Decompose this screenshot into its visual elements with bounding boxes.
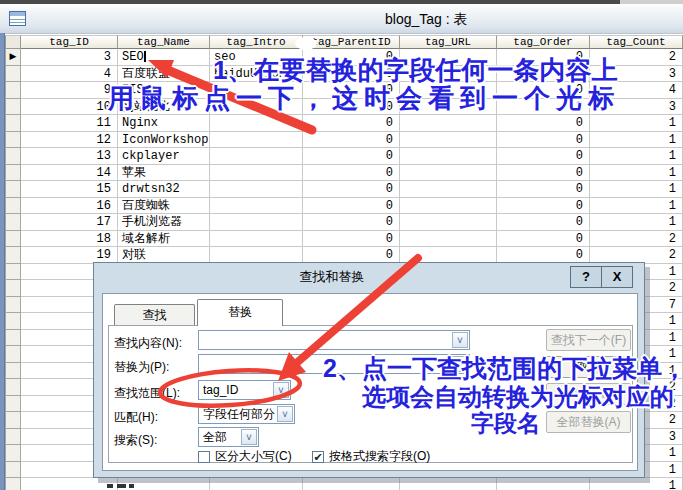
record-selector[interactable]	[5, 148, 21, 165]
cell-tag_Intro[interactable]	[210, 214, 303, 231]
cell-tag_Count[interactable]: 1	[590, 115, 683, 132]
find-what-combo[interactable]: ˅	[198, 330, 470, 350]
cell-tag_URL[interactable]	[400, 99, 497, 116]
record-selector[interactable]	[5, 82, 21, 99]
cell-tag_Count[interactable]: 1	[590, 148, 683, 165]
cell-tag_Order[interactable]: 0	[497, 49, 590, 66]
chevron-down-icon[interactable]: ˅	[452, 332, 468, 348]
cell-tag_Intro[interactable]	[210, 132, 303, 149]
record-selector[interactable]	[5, 313, 21, 330]
look-in-combo[interactable]: tag_ID˅	[198, 380, 291, 400]
record-selector[interactable]	[5, 445, 21, 462]
cell-tag_ParentID[interactable]: 0	[303, 132, 400, 149]
record-selector[interactable]	[5, 231, 21, 248]
record-selector[interactable]	[5, 132, 21, 149]
column-header-tag_Name[interactable]: tag_Name	[118, 35, 210, 49]
cell-tag_Order[interactable]: 0	[497, 82, 590, 99]
match-case-checkbox[interactable]: 区分大小写(C)	[198, 448, 292, 465]
column-header-tag_ID[interactable]: tag_ID	[21, 35, 118, 49]
cell-tag_ID[interactable]: 4	[21, 66, 118, 83]
search-fields-as-formatted-checkbox[interactable]: ✔ 按格式搜索字段(O)	[312, 448, 430, 465]
cell-tag_Order[interactable]: 0	[497, 66, 590, 83]
replace-with-combo[interactable]: ˅	[198, 354, 470, 374]
cell-tag_Intro[interactable]	[210, 181, 303, 198]
cell-tag_Count[interactable]: 1	[590, 198, 683, 215]
replace-button[interactable]: 替换(R)	[546, 383, 631, 405]
cell-tag_Order[interactable]: 0	[497, 231, 590, 248]
tab-find[interactable]: 查找	[114, 304, 195, 325]
cell-tag_Name[interactable]: 百度蜘蛛	[118, 198, 210, 215]
tab-replace[interactable]: 替换	[197, 299, 283, 326]
cell-tag_Intro[interactable]	[210, 82, 303, 99]
chevron-down-icon[interactable]: ˅	[273, 382, 289, 398]
replace-all-button[interactable]: 全部替换(A)	[546, 411, 631, 433]
record-selector[interactable]	[5, 66, 21, 83]
cell-tag_Intro[interactable]: baiduUnion	[210, 66, 303, 83]
cell-tag_Intro[interactable]	[210, 198, 303, 215]
cell-tag_ParentID[interactable]: 0	[303, 165, 400, 182]
record-selector[interactable]	[5, 346, 21, 363]
cell-tag_Count[interactable]: 1	[590, 165, 683, 182]
cell-tag_Name[interactable]: IIS	[118, 82, 210, 99]
cell-tag_Count[interactable]: 4	[590, 82, 683, 99]
cell-tag_ParentID[interactable]: 0	[303, 214, 400, 231]
record-selector[interactable]	[5, 478, 21, 490]
cell-tag_Count[interactable]: 2	[590, 49, 683, 66]
cell-tag_URL[interactable]	[400, 115, 497, 132]
match-combo[interactable]: 字段任何部分˅	[198, 404, 295, 424]
cell-tag_Order[interactable]: 0	[497, 181, 590, 198]
cell-tag_Order[interactable]: 0	[497, 165, 590, 182]
record-selector[interactable]	[5, 115, 21, 132]
cell-tag_Order[interactable]: 0	[497, 132, 590, 149]
cell-tag_ParentID[interactable]: 0	[303, 49, 400, 66]
cell-tag_Order[interactable]: 0	[497, 214, 590, 231]
cell-tag_URL[interactable]	[400, 198, 497, 215]
cell-tag_Count[interactable]: 1	[590, 214, 683, 231]
cell-tag_ID[interactable]: 13	[21, 148, 118, 165]
cell-tag_Name[interactable]: IconWorkshop	[118, 132, 210, 149]
cell-tag_URL[interactable]	[400, 66, 497, 83]
cell-tag_URL[interactable]	[400, 214, 497, 231]
column-header-tag_ParentID[interactable]: tag_ParentID	[303, 35, 400, 49]
cell-tag_URL[interactable]	[400, 148, 497, 165]
cell-tag_Intro[interactable]	[210, 99, 303, 116]
cell-tag_Intro[interactable]	[210, 478, 303, 490]
record-selector[interactable]	[5, 462, 21, 479]
cell-tag_Count[interactable]: 3	[590, 66, 683, 83]
cell-tag_ID[interactable]: 16	[21, 198, 118, 215]
cell-tag_ParentID[interactable]: 0	[303, 115, 400, 132]
cell-tag_ID[interactable]: 18	[21, 231, 118, 248]
record-selector[interactable]: ▶	[5, 49, 21, 66]
record-selector[interactable]	[5, 379, 21, 396]
record-selector[interactable]	[5, 280, 21, 297]
cell-tag_ID[interactable]: 12	[21, 132, 118, 149]
cell-tag_Name[interactable]: drwtsn32	[118, 181, 210, 198]
cell-tag_ID[interactable]: 10	[21, 99, 118, 116]
checkbox-icon[interactable]	[198, 451, 210, 463]
cell-tag_ParentID[interactable]	[303, 478, 400, 490]
record-selector[interactable]	[5, 198, 21, 215]
cell-tag_URL[interactable]	[400, 231, 497, 248]
cell-tag_Count[interactable]: 1	[590, 478, 683, 490]
cell-tag_ParentID[interactable]: 0	[303, 66, 400, 83]
close-button[interactable]: X	[601, 267, 632, 287]
cell-tag_ID[interactable]: 3	[21, 49, 118, 66]
cell-tag_ID[interactable]: 9	[21, 82, 118, 99]
cell-tag_URL[interactable]	[400, 132, 497, 149]
cell-tag_Order[interactable]: 0	[497, 198, 590, 215]
cell-tag_Order[interactable]: 0	[497, 99, 590, 116]
cell-tag_Count[interactable]: 2	[590, 231, 683, 248]
cell-tag_URL[interactable]	[400, 181, 497, 198]
cell-tag_ParentID[interactable]: 0	[303, 99, 400, 116]
cell-tag_Order[interactable]: 0	[497, 115, 590, 132]
cell-tag_URL[interactable]	[400, 49, 497, 66]
cell-tag_Name[interactable]: SEO	[118, 49, 210, 66]
cell-tag_Order[interactable]	[497, 478, 590, 490]
record-selector[interactable]	[5, 247, 21, 264]
record-selector[interactable]	[5, 363, 21, 380]
cell-tag_Name[interactable]: 手机浏览器	[118, 214, 210, 231]
checkbox-icon[interactable]: ✔	[312, 451, 324, 463]
record-selector[interactable]	[5, 264, 21, 281]
record-selector[interactable]	[5, 330, 21, 347]
search-combo[interactable]: 全部˅	[198, 427, 259, 447]
